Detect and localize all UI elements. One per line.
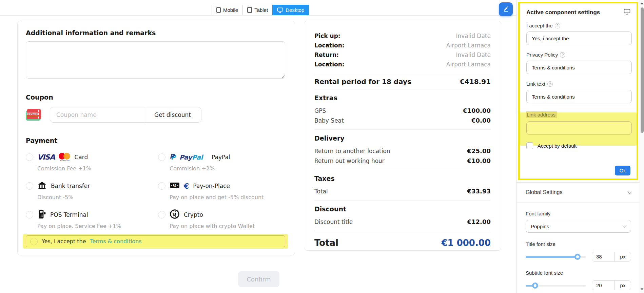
title-font-size-value-group: 38 px — [592, 252, 631, 261]
terms-row[interactable]: Yes, i accept the Terms & conditions — [26, 235, 285, 247]
coupon-icon-word: COUPON — [26, 112, 39, 116]
link-address-input[interactable] — [526, 121, 632, 135]
active-component-settings-box: Active component settings I accept the ?… — [518, 2, 638, 180]
subtitle-font-size-value[interactable]: 20 — [592, 281, 614, 290]
payment-option-card: VISA mastercard Card Comission Fee +1% — [26, 151, 158, 172]
pos-terminal-caption: Pay on place. Service Fee +1% — [37, 223, 158, 229]
summary-row-return: Return: Invalid Date — [314, 50, 491, 60]
panel-title: Active component settings — [526, 9, 600, 16]
delivery-row-another-location: Return to another location €25.00 — [314, 146, 491, 156]
accept-by-default-checkbox[interactable] — [526, 142, 533, 149]
pos-terminal-label: POS Terminal — [50, 211, 88, 218]
pos-terminal-radio[interactable] — [26, 211, 33, 218]
title-font-size-slider[interactable] — [526, 254, 586, 260]
euro-icon: € — [184, 182, 189, 190]
tablet-icon — [247, 7, 252, 13]
bank-transfer-caption: Discount -5% — [37, 194, 158, 201]
remarks-textarea[interactable] — [26, 41, 285, 79]
crypto-radio[interactable] — [158, 211, 165, 218]
scroll-up-arrow-icon[interactable] — [641, 2, 643, 4]
pay-on-place-caption: Pay on place and get -5% discount — [170, 194, 287, 201]
ok-button[interactable]: Ok — [615, 166, 630, 175]
topbar: Mobile Tablet Desktop — [0, 0, 516, 16]
coupon-input-group: Get discount — [50, 107, 201, 123]
grand-total-row: Total €1 000.00 — [314, 233, 491, 253]
scroll-down-arrow-icon[interactable] — [641, 288, 643, 291]
visa-logo: VISA — [37, 153, 55, 161]
device-toggle: Mobile Tablet Desktop — [212, 5, 309, 15]
title-font-size-value[interactable]: 38 — [592, 252, 614, 261]
extras-title: Extras — [314, 94, 491, 102]
slider-thumb[interactable] — [574, 254, 581, 260]
global-settings-toggle[interactable]: Global Settings — [526, 187, 631, 197]
terms-highlight-band: Yes, i accept the Terms & conditions — [23, 234, 288, 249]
delivery-row-out-working-hour: Return out working hour €10.00 — [314, 156, 491, 166]
mobile-icon — [216, 7, 221, 13]
help-icon[interactable]: ? — [560, 52, 565, 58]
booking-summary-card: Pick up: Invalid Date Location: Airport … — [304, 21, 501, 251]
card-caption: Comission Fee +1% — [37, 165, 158, 172]
bank-transfer-radio[interactable] — [26, 182, 33, 190]
link-text-input[interactable] — [526, 90, 632, 103]
device-mobile-label: Mobile — [223, 7, 238, 13]
crypto-caption: Pay on place with crypto Wallet — [170, 223, 287, 229]
subtitle-font-size-slider[interactable] — [526, 282, 586, 289]
font-family-select[interactable]: Poppins — [526, 220, 631, 233]
extras-row-gps: GPS €100.00 — [314, 106, 491, 116]
paypal-radio[interactable] — [158, 153, 165, 161]
payment-option-pay-on-place: $ € Pay-on-Place Pay on place and get -5… — [158, 180, 287, 201]
mastercard-logo: mastercard — [59, 153, 70, 162]
delivery-title: Delivery — [314, 134, 491, 142]
privacy-policy-input[interactable] — [526, 61, 632, 74]
payment-option-crypto: B Crypto Pay on place with crypto Wallet — [158, 209, 287, 229]
edit-component-button[interactable] — [499, 2, 513, 16]
rental-period-row: Rental period for 18 days €418.91 — [314, 74, 491, 89]
discount-row: Discount title €12.00 — [314, 217, 491, 227]
monitor-icon[interactable] — [624, 9, 630, 16]
pencil-icon — [502, 5, 510, 14]
paypal-label: PayPal — [212, 154, 230, 161]
title-font-size-label: Title font size — [526, 241, 631, 247]
paypal-wordmark: PayPal — [179, 153, 203, 161]
bank-transfer-label: Bank transfer — [51, 183, 90, 189]
coupon-title: Coupon — [26, 93, 287, 101]
font-family-label: Font family — [526, 211, 631, 216]
help-icon[interactable]: ? — [555, 23, 560, 28]
device-tablet-button[interactable]: Tablet — [242, 5, 272, 15]
accept-field-label-row: I accept the ? — [526, 23, 630, 28]
taxes-row-total: Total €33.93 — [314, 186, 491, 196]
terms-conditions-link[interactable]: Terms & conditions — [90, 238, 142, 245]
coupon-ticket-icon: COUPON — [26, 108, 42, 121]
terms-checkbox[interactable] — [30, 238, 38, 245]
payment-option-bank-transfer: Bank transfer Discount -5% — [26, 180, 158, 201]
bank-icon — [37, 181, 47, 191]
chevron-down-icon — [627, 190, 632, 194]
crypto-label: Crypto — [184, 211, 203, 218]
banknote-icon: $ — [170, 182, 180, 190]
confirm-button[interactable]: Confirm — [238, 271, 279, 287]
grand-total-value: €1 000.00 — [441, 238, 491, 248]
summary-row-return-location: Location: Airport Larnaca — [314, 60, 491, 69]
px-unit: px — [614, 252, 631, 261]
discount-title: Discount — [314, 205, 491, 213]
link-address-label: Link address — [526, 111, 557, 118]
slider-thumb[interactable] — [532, 282, 538, 289]
panel-scrollbar[interactable] — [640, 0, 644, 293]
summary-row-pickup-location: Location: Airport Larnaca — [314, 41, 491, 50]
card-label: Card — [74, 154, 88, 161]
svg-text:$: $ — [174, 184, 176, 187]
device-mobile-button[interactable]: Mobile — [212, 5, 242, 15]
coupon-name-input[interactable] — [50, 107, 144, 122]
coupon-row: COUPON Get discount — [26, 107, 287, 123]
device-desktop-label: Desktop — [286, 7, 304, 13]
terms-text: Yes, i accept the — [42, 238, 86, 245]
scrollbar-thumb[interactable] — [641, 7, 644, 133]
get-discount-button[interactable]: Get discount — [144, 107, 201, 122]
help-icon[interactable]: ? — [547, 81, 553, 87]
subtitle-font-size-value-group: 20 px — [592, 280, 631, 290]
title-font-size-row: 38 px — [526, 252, 631, 261]
accept-text-input[interactable] — [526, 32, 632, 45]
pay-on-place-radio[interactable] — [158, 182, 165, 190]
device-desktop-button[interactable]: Desktop — [272, 5, 309, 15]
card-radio[interactable] — [26, 153, 33, 161]
